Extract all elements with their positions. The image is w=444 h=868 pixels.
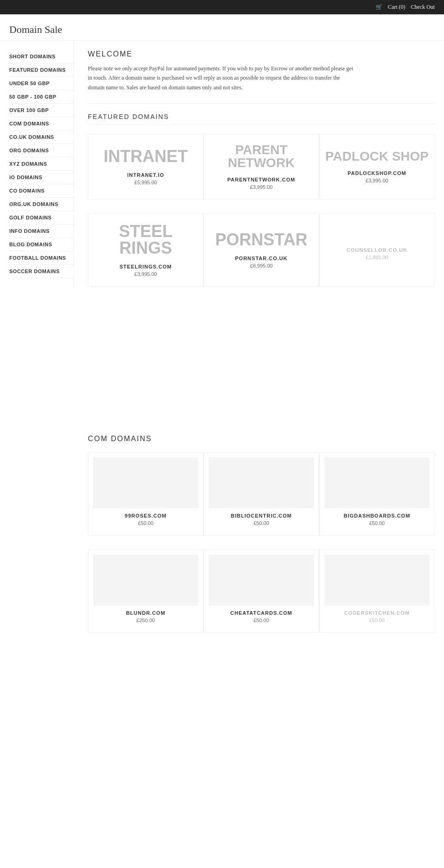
domain-card-intranet[interactable]: INTRANET INTRANET.IO £5,995.00 xyxy=(88,134,204,200)
domain-card-blundr[interactable]: BLUNDR.COM £250.00 xyxy=(88,550,204,633)
sidebar: SHORT DOMAINSFEATURED DOMAINSUNDER 50 GB… xyxy=(0,41,74,287)
sidebar-item-io-domains[interactable]: IO DOMAINS xyxy=(9,171,74,184)
sidebar-item-soccer-domains[interactable]: SOCCER DOMAINS xyxy=(9,265,74,278)
domain-card-counsellor[interactable]: COUNSELLOR.CO.UK £1,895.00 xyxy=(319,213,435,287)
domain-logo-padlockshop: PADLOCK SHOP xyxy=(325,150,429,163)
spacer-area xyxy=(88,300,435,421)
page-header: Domain Sale xyxy=(0,14,444,41)
cart-icon: 🛒 xyxy=(376,4,382,11)
sidebar-item-over-100[interactable]: OVER 100 GBP xyxy=(9,104,74,117)
domain-img-99roses xyxy=(93,457,198,508)
featured-row-1: INTRANET INTRANET.IO £5,995.00 PARENT NE… xyxy=(88,134,435,200)
domain-name-blundr: BLUNDR.COM xyxy=(126,610,165,616)
sidebar-item-org-domains[interactable]: ORG DOMAINS xyxy=(9,144,74,157)
domain-price-cheatatcards: £50.00 xyxy=(253,618,269,623)
welcome-title: WELCOME xyxy=(88,50,435,58)
sidebar-item-featured-domains[interactable]: FEATURED DOMAINS xyxy=(9,63,74,77)
sidebar-item-xyz-domains[interactable]: XYZ DOMAINS xyxy=(9,157,74,171)
domain-price-pornstar: £8,995.00 xyxy=(250,263,273,269)
domain-img-cheatatcards xyxy=(209,555,314,606)
domain-name-parentnetwork: PARENTNETWORK.COM xyxy=(228,177,296,182)
com-section-title: COM DOMAINS xyxy=(88,421,435,443)
main-layout: SHORT DOMAINSFEATURED DOMAINSUNDER 50 GB… xyxy=(0,41,444,656)
domain-price-counsellor: £1,895.00 xyxy=(366,255,388,260)
domain-img-bigdashboards xyxy=(324,457,430,508)
domain-price-padlockshop: £3,995.00 xyxy=(366,178,388,183)
domain-price-intranet: £5,995.00 xyxy=(135,180,157,185)
main-content: WELCOME Please note we only accept PayPa… xyxy=(74,41,444,656)
welcome-text: Please note we only accept PayPal for au… xyxy=(88,64,356,92)
domain-img-bibliocentric xyxy=(209,457,314,508)
domain-card-bibliocentric[interactable]: BIBLIOCENTRIC.COM £50.00 xyxy=(204,452,319,536)
domain-card-coderskitchen[interactable]: CODERSKITCHEN.COM £50.00 xyxy=(319,550,435,633)
domain-logo-parentnetwork: PARENT NETWORK xyxy=(209,144,314,169)
sidebar-item-orguk-domains[interactable]: ORG.UK DOMAINS xyxy=(9,198,74,211)
domain-name-bibliocentric: BIBLIOCENTRIC.COM xyxy=(231,513,292,518)
domain-img-coderskitchen xyxy=(324,555,430,606)
divider xyxy=(88,103,435,104)
domain-card-steelrings[interactable]: STEEL RINGS STEELRINGS.COM £3,995.00 xyxy=(88,213,204,287)
domain-name-intranet: INTRANET.IO xyxy=(127,172,164,178)
com-row-1: 99ROSES.COM £50.00 BIBLIOCENTRIC.COM £50… xyxy=(88,452,435,536)
domain-card-parentnetwork[interactable]: PARENT NETWORK PARENTNETWORK.COM £3,995.… xyxy=(204,134,319,200)
domain-price-coderskitchen: £50.00 xyxy=(369,618,385,623)
sidebar-item-couk-domains[interactable]: CO.UK DOMAINS xyxy=(9,131,74,144)
sidebar-item-co-domains[interactable]: CO DOMAINS xyxy=(9,184,74,198)
domain-card-padlockshop[interactable]: PADLOCK SHOP PADLOCKSHOP.COM £3,995.00 xyxy=(319,134,435,200)
domain-logo-intranet: INTRANET xyxy=(104,148,188,165)
domain-price-parentnetwork: £3,995.00 xyxy=(250,184,273,190)
domain-name-cheatatcards: CHEATATCARDS.COM xyxy=(230,610,292,616)
domain-name-pornstar: PORNSTAR.CO.UK xyxy=(235,256,287,261)
top-bar: 🛒 Cart (0) Check Out xyxy=(0,0,444,14)
domain-logo-steelrings: STEEL RINGS xyxy=(93,223,198,256)
sidebar-item-golf-domains[interactable]: GOLF DOMAINS xyxy=(9,211,74,225)
checkout-link[interactable]: Check Out xyxy=(411,4,435,11)
domain-price-steelrings: £3,995.00 xyxy=(135,271,157,277)
domain-name-coderskitchen: CODERSKITCHEN.COM xyxy=(344,610,410,616)
domain-price-blundr: £250.00 xyxy=(136,618,155,623)
domain-card-99roses[interactable]: 99ROSES.COM £50.00 xyxy=(88,452,204,536)
domain-logo-pornstar: PORNSTAR xyxy=(215,231,307,248)
domain-card-pornstar[interactable]: PORNSTAR PORNSTAR.CO.UK £8,995.00 xyxy=(204,213,319,287)
domain-name-99roses: 99ROSES.COM xyxy=(125,513,166,518)
domain-name-bigdashboards: BIGDASHBOARDS.COM xyxy=(344,513,410,518)
page-title: Domain Sale xyxy=(9,24,435,36)
sidebar-item-50-100[interactable]: 50 GBP - 100 GBP xyxy=(9,90,74,104)
domain-name-steelrings: STEELRINGS.COM xyxy=(119,264,172,269)
domain-card-bigdashboards[interactable]: BIGDASHBOARDS.COM £50.00 xyxy=(319,452,435,536)
domain-price-99roses: £50.00 xyxy=(138,520,154,526)
sidebar-item-football-domains[interactable]: FOOTBALL DOMAINS xyxy=(9,251,74,265)
sidebar-item-blog-domains[interactable]: BLOG DOMAINS xyxy=(9,238,74,251)
featured-section-title: FEATURED DOMAINS xyxy=(88,113,435,125)
sidebar-item-info-domains[interactable]: INFO DOMAINS xyxy=(9,225,74,238)
cart-link[interactable]: Cart (0) xyxy=(388,4,406,11)
domain-name-padlockshop: PADLOCKSHOP.COM xyxy=(347,170,406,176)
domain-card-cheatatcards[interactable]: CHEATATCARDS.COM £50.00 xyxy=(204,550,319,633)
domain-name-counsellor: COUNSELLOR.CO.UK xyxy=(346,247,407,253)
featured-row-2: STEEL RINGS STEELRINGS.COM £3,995.00 POR… xyxy=(88,213,435,287)
domain-price-bigdashboards: £50.00 xyxy=(369,520,385,526)
com-row-2: BLUNDR.COM £250.00 CHEATATCARDS.COM £50.… xyxy=(88,550,435,633)
domain-price-bibliocentric: £50.00 xyxy=(253,520,269,526)
sidebar-item-com-domains[interactable]: COM DOMAINS xyxy=(9,117,74,131)
sidebar-item-short-domains[interactable]: SHORT DOMAINS xyxy=(9,50,74,63)
domain-img-blundr xyxy=(93,555,198,606)
sidebar-item-under-50[interactable]: UNDER 50 GBP xyxy=(9,77,74,90)
